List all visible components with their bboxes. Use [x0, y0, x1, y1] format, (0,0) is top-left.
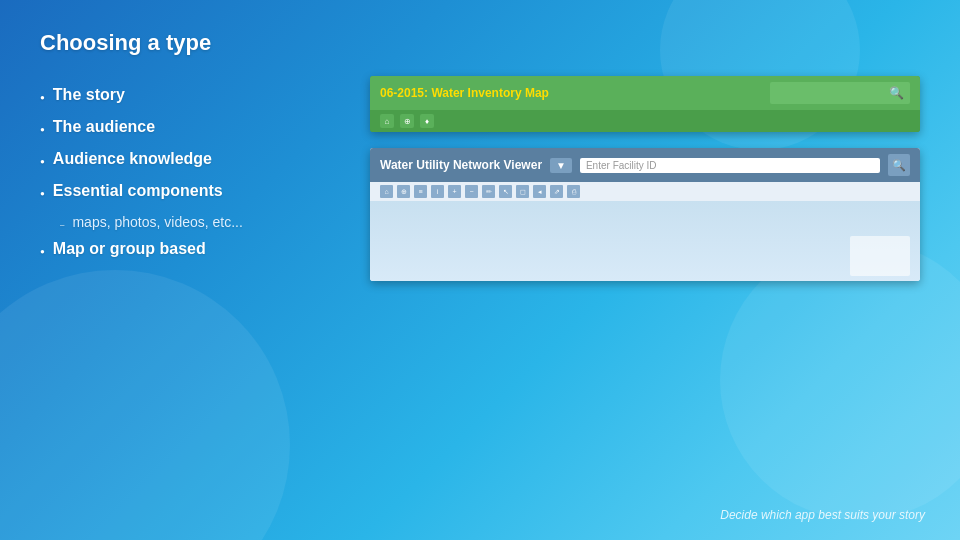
toolbar-back-icon[interactable]: ◂ — [533, 185, 546, 198]
screenshot1-search-box[interactable]: 🔍 — [770, 82, 910, 104]
screenshot1-prefix: 06-2015: — [380, 86, 431, 100]
screenshot2-dropdown[interactable]: ▼ — [550, 158, 572, 173]
toolbar-select-icon[interactable]: ◻ — [516, 185, 529, 198]
slide-title: Choosing a type — [40, 30, 920, 56]
toolbar-list-icon[interactable]: ≡ — [414, 185, 427, 198]
bullet-dash: – — [60, 220, 64, 229]
screenshot2-map-area — [370, 201, 920, 281]
nav-home-icon[interactable]: ⌂ — [380, 114, 394, 128]
screenshot1-toolbar: 06-2015: Water Inventory Map 🔍 — [370, 76, 920, 110]
screenshot2-icons-bar: ⌂ ⊕ ≡ i + − ✏ ↖ ◻ ◂ ⇗ ⎙ — [370, 182, 920, 201]
bullet-dot: ● — [40, 247, 45, 256]
toolbar-home-icon[interactable]: ⌂ — [380, 185, 393, 198]
bullet-map-group-text: Map or group based — [53, 240, 206, 258]
screenshot2-search-btn[interactable]: 🔍 — [888, 154, 910, 176]
bullet-list: ● The story ● The audience ● Audience kn… — [40, 86, 340, 272]
screenshots-panel: 06-2015: Water Inventory Map 🔍 ⌂ ⊕ ♦ Wat… — [370, 76, 920, 281]
toolbar-share-icon[interactable]: ⇗ — [550, 185, 563, 198]
toolbar-info-icon[interactable]: i — [431, 185, 444, 198]
screenshot1-main-title: Water Inventory Map — [431, 86, 549, 100]
toolbar-minus-icon[interactable]: − — [465, 185, 478, 198]
bullet-dot: ● — [40, 157, 45, 166]
bullet-dot: ● — [40, 93, 45, 102]
search-icon: 🔍 — [889, 86, 904, 100]
main-area: ● The story ● The audience ● Audience kn… — [40, 86, 920, 281]
toolbar-globe-icon[interactable]: ⊕ — [397, 185, 410, 198]
bullet-maps-sub: – maps, photos, videos, etc... — [60, 214, 340, 230]
slide-content: Choosing a type ● The story ● The audien… — [0, 0, 960, 540]
screenshot2-title: Water Utility Network Viewer — [380, 158, 542, 172]
bullet-dot: ● — [40, 189, 45, 198]
toolbar-print-icon[interactable]: ⎙ — [567, 185, 580, 198]
screenshot-story-map: 06-2015: Water Inventory Map 🔍 ⌂ ⊕ ♦ — [370, 76, 920, 132]
screenshot1-nav: ⌂ ⊕ ♦ — [370, 110, 920, 132]
screenshot2-input[interactable]: Enter Facility ID — [580, 158, 880, 173]
screenshot2-toolbar: Water Utility Network Viewer ▼ Enter Fac… — [370, 148, 920, 182]
nav-bookmark-icon[interactable]: ♦ — [420, 114, 434, 128]
footer-tagline: Decide which app best suits your story — [720, 508, 925, 522]
toolbar-pencil-icon[interactable]: ✏ — [482, 185, 495, 198]
bullet-audience: ● The audience — [40, 118, 340, 136]
bullet-audience-text: The audience — [53, 118, 155, 136]
toolbar-cursor-icon[interactable]: ↖ — [499, 185, 512, 198]
bullet-knowledge: ● Audience knowledge — [40, 150, 340, 168]
screenshot2-placeholder: Enter Facility ID — [586, 160, 657, 171]
bullet-story: ● The story — [40, 86, 340, 104]
search-icon: 🔍 — [892, 159, 906, 172]
bullet-knowledge-text: Audience knowledge — [53, 150, 212, 168]
bullet-map-group: ● Map or group based — [40, 240, 340, 258]
bullet-maps-text: maps, photos, videos, etc... — [72, 214, 242, 230]
bullet-story-text: The story — [53, 86, 125, 104]
screenshot1-title: 06-2015: Water Inventory Map — [380, 86, 762, 100]
screenshot-network-viewer: Water Utility Network Viewer ▼ Enter Fac… — [370, 148, 920, 281]
map-mini-overlay — [850, 236, 910, 276]
bullet-essential-text: Essential components — [53, 182, 223, 200]
nav-globe-icon[interactable]: ⊕ — [400, 114, 414, 128]
toolbar-plus-icon[interactable]: + — [448, 185, 461, 198]
bullet-dot: ● — [40, 125, 45, 134]
bullet-essential: ● Essential components — [40, 182, 340, 200]
